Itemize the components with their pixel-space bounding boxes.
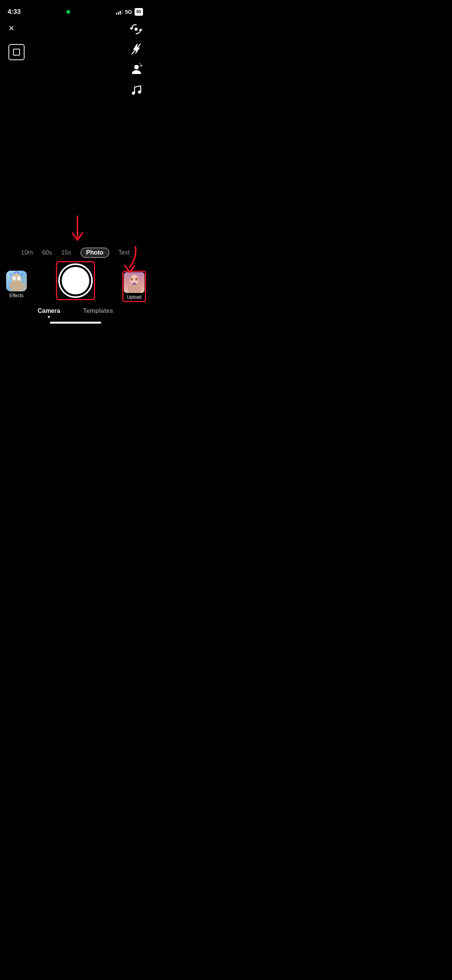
pip-inner-icon [13, 49, 20, 56]
tab-templates-label: Templates [83, 307, 113, 314]
svg-point-3 [132, 92, 135, 95]
signal-bar-2 [118, 12, 119, 15]
beautify-icon [130, 62, 143, 76]
duration-60s[interactable]: 60s [42, 249, 52, 256]
beautify-button[interactable] [129, 62, 144, 77]
status-bar: 4:33 5G 83 [0, 0, 151, 19]
tab-camera-dot [48, 316, 50, 318]
duration-row: 10m 60s 15s Photo Text [0, 243, 151, 261]
status-time: 4:33 [8, 8, 21, 16]
upload-thumb-wrap [124, 272, 145, 293]
capture-button[interactable] [58, 263, 93, 298]
battery-indicator: 83 [135, 8, 143, 15]
signal-bars [116, 9, 123, 15]
tab-camera-label: Camera [38, 307, 60, 314]
mic-indicator [66, 10, 70, 14]
music-button[interactable] [129, 84, 143, 97]
bottom-controls: 10m 60s 15s Photo Text [0, 243, 151, 327]
camera-row: Effects [0, 261, 151, 304]
pip-button[interactable] [8, 44, 25, 60]
flash-off-icon [131, 43, 141, 55]
svg-point-7 [10, 281, 23, 291]
capture-button-inner [62, 267, 89, 294]
upload-thumbnail [124, 272, 145, 293]
effects-face-svg [6, 271, 27, 291]
battery-level: 83 [135, 8, 143, 15]
svg-point-9 [17, 276, 20, 280]
svg-point-4 [138, 90, 141, 94]
effects-thumbnail [6, 271, 27, 291]
upload-preview-svg [124, 272, 145, 293]
music-icon [131, 85, 141, 96]
network-label: 5G [125, 9, 132, 15]
signal-bar-1 [116, 13, 117, 15]
duration-photo[interactable]: Photo [81, 248, 109, 258]
duration-10m[interactable]: 10m [21, 249, 33, 256]
tab-bar: Camera Templates [0, 304, 151, 319]
capture-section [58, 263, 93, 298]
flash-button[interactable] [129, 42, 143, 56]
upload-section[interactable]: Upload [124, 272, 145, 300]
effects-label: Effects [10, 293, 23, 298]
signal-bar-4 [122, 10, 123, 15]
status-right: 5G 83 [116, 8, 143, 15]
svg-point-15 [132, 283, 136, 285]
flip-camera-button[interactable] [129, 22, 143, 36]
svg-point-13 [131, 278, 133, 281]
effects-button[interactable]: Effects [6, 271, 27, 298]
tab-camera[interactable]: Camera [38, 307, 60, 318]
close-button[interactable]: × [8, 23, 14, 33]
signal-bar-3 [120, 11, 121, 15]
flip-camera-icon [130, 23, 142, 35]
svg-point-2 [134, 65, 139, 69]
status-center [66, 10, 70, 14]
duration-text[interactable]: Text [118, 249, 130, 256]
svg-point-8 [13, 276, 16, 280]
duration-section: 10m 60s 15s Photo Text [0, 243, 151, 261]
tab-templates[interactable]: Templates [83, 307, 113, 318]
arrow-to-photo [68, 216, 87, 245]
upload-label: Upload [127, 294, 141, 300]
svg-point-0 [135, 28, 138, 31]
duration-15s[interactable]: 15s [61, 249, 71, 256]
svg-point-14 [135, 278, 138, 281]
home-indicator [50, 322, 101, 324]
